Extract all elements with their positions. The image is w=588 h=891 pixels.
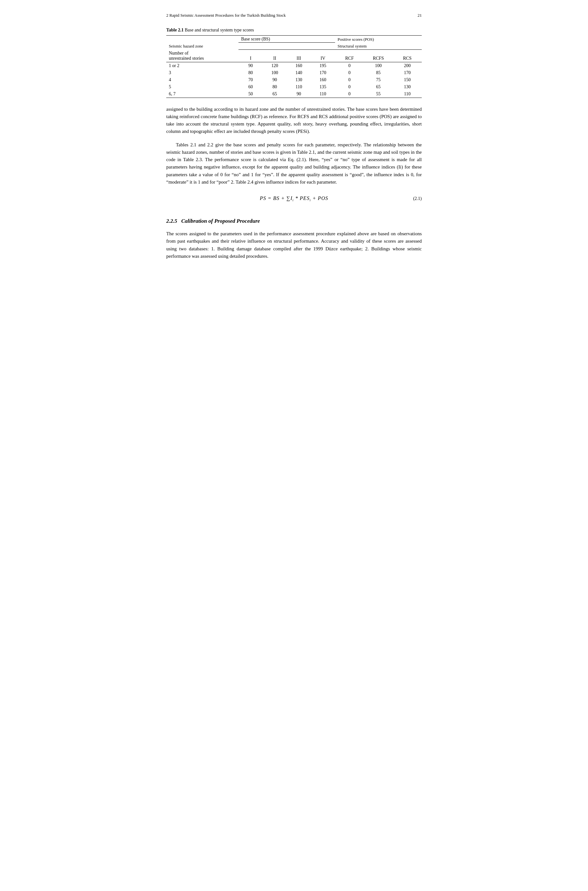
table-cell: 80 bbox=[238, 69, 262, 76]
table-cell: 65 bbox=[364, 84, 393, 90]
section-title: 2.2.5 Calibration of Proposed Procedure bbox=[166, 218, 422, 224]
table-cell: 110 bbox=[311, 90, 335, 98]
header-right: 21 bbox=[418, 13, 422, 18]
table-cell: 195 bbox=[311, 62, 335, 69]
table-cell: 90 bbox=[238, 62, 262, 69]
table-cell: 85 bbox=[364, 69, 393, 76]
zone-I-header: I bbox=[238, 50, 262, 62]
table-caption-text: Base and structural system type scores bbox=[184, 28, 254, 32]
zone-III-header: III bbox=[286, 50, 311, 62]
rcf-header: RCF bbox=[335, 50, 364, 62]
table-cell: 0 bbox=[335, 76, 364, 84]
zone-IV-header: IV bbox=[311, 50, 335, 62]
table-cell: 65 bbox=[262, 90, 286, 98]
table-cell: 100 bbox=[364, 62, 393, 69]
rcfs-header: RCFS bbox=[364, 50, 393, 62]
paragraph1-section: assigned to the building according to it… bbox=[166, 106, 422, 135]
table-cell: 0 bbox=[335, 90, 364, 98]
number-of-header: Number of unrestrained stories bbox=[166, 50, 238, 62]
table-caption: Table 2.1 Base and structural system typ… bbox=[166, 28, 422, 33]
table-cell: 0 bbox=[335, 84, 364, 90]
table-cell: 160 bbox=[286, 62, 311, 69]
table-cell: 50 bbox=[238, 90, 262, 98]
paragraph1-text: assigned to the building according to it… bbox=[166, 106, 422, 135]
equation-text: PS = BS + ∑Ii * PESi + POS bbox=[260, 195, 328, 202]
table-cell: 170 bbox=[311, 69, 335, 76]
table-caption-bold: Table 2.1 bbox=[166, 28, 184, 32]
table-cell: 100 bbox=[262, 69, 286, 76]
table-cell: 90 bbox=[262, 76, 286, 84]
table-cell: 4 bbox=[166, 76, 238, 84]
table-cell: 130 bbox=[286, 76, 311, 84]
table-cell: 3 bbox=[166, 69, 238, 76]
seismic-hazard-label-row: Seismic hazard zone bbox=[166, 43, 238, 50]
table-cell: 120 bbox=[262, 62, 286, 69]
table-cell: 140 bbox=[286, 69, 311, 76]
section-body-text: The scores assigned to the parameters us… bbox=[166, 230, 422, 260]
positive-scores-header: Positive scores (POS) bbox=[335, 36, 422, 43]
base-score-header: Base score (BS) bbox=[238, 36, 335, 43]
equation-section: PS = BS + ∑Ii * PESi + POS (2.1) bbox=[166, 195, 422, 202]
table-cell: 135 bbox=[311, 84, 335, 90]
rcs-header: RCS bbox=[393, 50, 422, 62]
main-table: Base score (BS) Positive scores (POS) Se… bbox=[166, 35, 422, 98]
table-cell: 70 bbox=[238, 76, 262, 84]
paragraph2-text: Tables 2.1 and 2.2 give the base scores … bbox=[166, 141, 422, 186]
table-cell: 170 bbox=[393, 69, 422, 76]
equation-number: (2.1) bbox=[413, 196, 422, 201]
zone-II-header: II bbox=[262, 50, 286, 62]
table-cell: 6, 7 bbox=[166, 90, 238, 98]
table-cell: 110 bbox=[393, 90, 422, 98]
table-cell: 0 bbox=[335, 69, 364, 76]
table-cell: 55 bbox=[364, 90, 393, 98]
empty-header-cell bbox=[166, 36, 238, 43]
table-cell: 110 bbox=[286, 84, 311, 90]
table-cell: 90 bbox=[286, 90, 311, 98]
paragraph2-section: Tables 2.1 and 2.2 give the base scores … bbox=[166, 141, 422, 186]
section-body: The scores assigned to the parameters us… bbox=[166, 230, 422, 260]
seismic-hazard-spacer bbox=[238, 43, 335, 50]
table-cell: 0 bbox=[335, 62, 364, 69]
table-cell: 130 bbox=[393, 84, 422, 90]
table-cell: 200 bbox=[393, 62, 422, 69]
table-cell: 5 bbox=[166, 84, 238, 90]
page-header: 2 Rapid Seismic Assessment Procedures fo… bbox=[166, 13, 422, 18]
table-cell: 1 or 2 bbox=[166, 62, 238, 69]
table-cell: 80 bbox=[262, 84, 286, 90]
table-cell: 60 bbox=[238, 84, 262, 90]
table-cell: 160 bbox=[311, 76, 335, 84]
header-left: 2 Rapid Seismic Assessment Procedures fo… bbox=[166, 13, 286, 18]
table-cell: 150 bbox=[393, 76, 422, 84]
structural-system-header: Structural system bbox=[335, 43, 422, 50]
section-heading: 2.2.5 Calibration of Proposed Procedure bbox=[166, 218, 422, 224]
table-cell: 75 bbox=[364, 76, 393, 84]
